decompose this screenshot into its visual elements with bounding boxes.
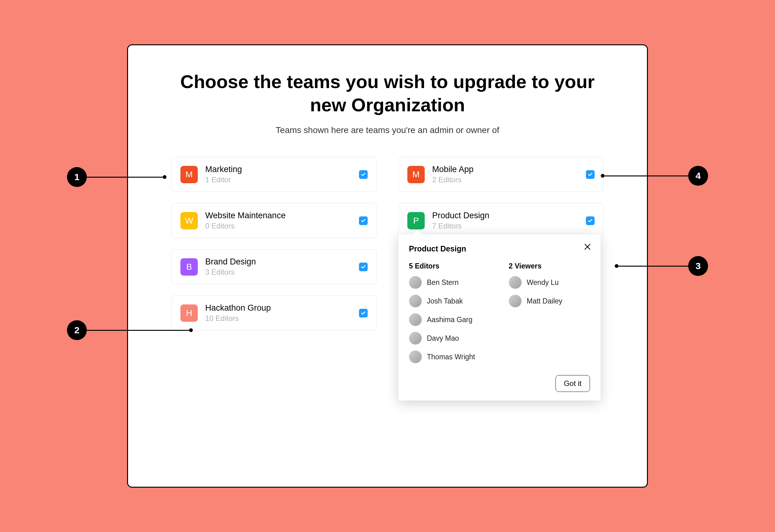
callout-dot [189,328,193,332]
popover-title: Product Design [409,244,590,253]
member-name: Josh Tabak [427,297,463,306]
callout-line [87,177,163,178]
team-name: Brand Design [205,257,351,267]
team-name: Product Design [432,211,579,220]
popover-footer: Got it [409,375,590,392]
member-avatar [409,332,422,345]
callout-badge: 4 [688,166,708,186]
team-name: Website Maintenance [205,211,351,220]
member-avatar [509,276,522,289]
member-avatar [409,313,422,326]
check-icon [361,264,366,270]
team-card-marketing[interactable]: M Marketing 1 Editor [171,157,376,192]
team-checkbox[interactable] [359,216,368,225]
popover-confirm-button[interactable]: Got it [556,375,590,392]
team-avatar: P [407,212,425,229]
check-icon [588,172,593,177]
callout-badge: 3 [688,256,708,276]
dialog-heading: Choose the teams you wish to upgrade to … [171,70,604,116]
check-icon [361,172,366,177]
member-row: Josh Tabak [409,295,490,308]
team-avatar: W [180,212,198,229]
member-row: Thomas Wright [409,350,490,363]
member-name: Wendy Lu [527,279,559,287]
popover-columns: 5 Editors Ben Stern Josh Tabak Aashima G… [409,262,590,369]
member-name: Davy Mao [427,334,459,343]
upgrade-teams-dialog: Choose the teams you wish to upgrade to … [127,44,648,488]
team-subtitle: 7 Editors [432,222,579,230]
member-row: Aashima Garg [409,313,490,326]
member-name: Thomas Wright [427,353,475,361]
callout-3: 3 [615,256,708,276]
team-subtitle: 3 Editors [205,268,351,277]
member-avatar [409,276,422,289]
team-subtitle: 1 Editor [205,175,351,184]
viewers-heading: 2 Viewers [509,262,590,271]
callout-dot [163,175,166,179]
member-avatar [409,295,422,308]
member-name: Matt Dailey [527,297,562,306]
check-icon [361,311,366,316]
team-checkbox[interactable] [359,170,368,179]
member-name: Aashima Garg [427,316,473,324]
team-card-mobile-app[interactable]: M Mobile App 2 Editors [399,157,604,192]
callout-4: 4 [601,166,708,186]
team-avatar: H [180,305,198,322]
popover-editors-column: 5 Editors Ben Stern Josh Tabak Aashima G… [409,262,490,369]
team-name: Marketing [205,165,351,174]
check-icon [588,218,593,223]
callout-dot [601,174,605,178]
callout-line [605,175,688,176]
team-text: Website Maintenance 0 Editors [205,211,351,230]
callout-badge: 1 [67,167,87,187]
member-avatar [409,350,422,363]
team-members-popover: Product Design 5 Editors Ben Stern Josh … [399,234,601,401]
dialog-subheading: Teams shown here are teams you're an adm… [171,125,604,135]
team-subtitle: 0 Editors [205,222,351,230]
team-card-website-maintenance[interactable]: W Website Maintenance 0 Editors [171,203,376,238]
callout-1: 1 [67,167,166,187]
member-row: Matt Dailey [509,295,590,308]
team-card-product-design[interactable]: P Product Design 7 Editors [399,203,604,238]
team-text: Mobile App 2 Editors [432,165,579,184]
team-avatar: M [407,166,425,183]
team-text: Marketing 1 Editor [205,165,351,184]
popover: Product Design 5 Editors Ben Stern Josh … [399,234,601,401]
team-text: Product Design 7 Editors [432,211,579,230]
check-icon [361,218,366,223]
close-icon [583,242,592,251]
member-name: Ben Stern [427,279,459,287]
team-subtitle: 2 Editors [432,175,579,184]
callout-2: 2 [67,320,193,340]
teams-grid: M Marketing 1 Editor M Mobile App 2 Edit… [171,157,604,331]
editors-heading: 5 Editors [409,262,490,271]
team-subtitle: 10 Editors [205,314,351,323]
team-text: Hackathon Group 10 Editors [205,303,351,323]
callout-line [619,266,688,267]
team-checkbox[interactable] [359,262,368,271]
team-name: Hackathon Group [205,303,351,313]
member-avatar [509,295,522,308]
member-row: Davy Mao [409,332,490,345]
member-row: Ben Stern [409,276,490,289]
team-avatar: B [180,258,198,276]
popover-viewers-column: 2 Viewers Wendy Lu Matt Dailey [509,262,590,369]
member-row: Wendy Lu [509,276,590,289]
team-name: Mobile App [432,165,579,174]
team-checkbox[interactable] [586,216,595,225]
team-card-hackathon-group[interactable]: H Hackathon Group 10 Editors [171,296,376,331]
callout-badge: 2 [67,320,87,340]
team-avatar: M [180,166,198,183]
team-checkbox[interactable] [359,309,368,318]
callout-dot [615,264,619,268]
callout-line [87,330,189,331]
team-checkbox[interactable] [586,170,595,179]
team-text: Brand Design 3 Editors [205,257,351,277]
popover-close-button[interactable] [583,242,592,251]
team-card-brand-design[interactable]: B Brand Design 3 Editors [171,249,376,284]
